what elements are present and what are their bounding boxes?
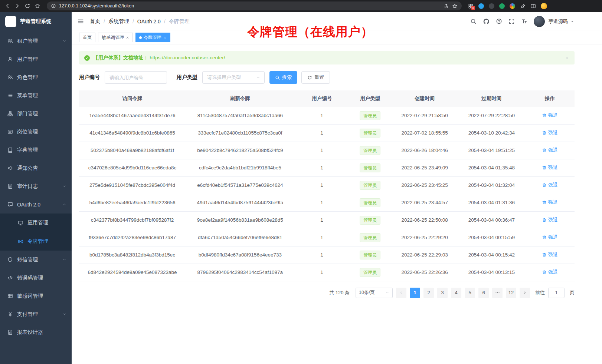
user-id-input[interactable] — [105, 71, 167, 84]
sidebar-item-role[interactable]: 角色管理 — [0, 68, 72, 86]
user-type-select[interactable]: 请选择用户类型 — [202, 71, 265, 84]
cell-user-type: 管理员 — [349, 176, 391, 194]
breadcrumb-item[interactable]: 系统管理 — [108, 18, 129, 25]
search-icon[interactable] — [470, 18, 477, 24]
browser-home-icon[interactable] — [35, 3, 40, 9]
help-icon[interactable] — [496, 18, 502, 24]
tab-token[interactable]: 令牌管理 — [135, 33, 170, 42]
extension-icon-blue[interactable] — [478, 3, 484, 9]
search-button[interactable]: 搜索 — [269, 71, 297, 84]
badge-icon — [7, 129, 13, 135]
fullscreen-icon[interactable] — [508, 18, 515, 24]
tab-sensitive-word[interactable]: 敏感词管理 — [98, 33, 133, 42]
next-page-button[interactable] — [520, 288, 530, 298]
user-name[interactable]: 芋道源码 — [549, 18, 568, 25]
page-button-12[interactable]: 12 — [506, 288, 516, 298]
sidebar-item-notice[interactable]: 通知公告 — [0, 159, 72, 177]
sidebar-item-post[interactable]: 岗位管理 — [0, 123, 72, 141]
page-button-3[interactable]: 3 — [437, 288, 448, 298]
sidebar-item-error-code[interactable]: 错误码管理 — [0, 269, 72, 287]
page-size-select[interactable]: 10条/页 — [356, 288, 393, 298]
page-button-6[interactable]: 6 — [478, 288, 489, 298]
alert-close-icon[interactable] — [565, 56, 569, 60]
extensions-icon[interactable]: 0 — [468, 3, 474, 9]
top-bar-right: 芋道源码 — [470, 16, 575, 27]
cell-user-type: 管理员 — [349, 211, 391, 229]
alert-prefix: 【用户体系】文档地址： — [93, 55, 148, 60]
sidebar-item-report-designer[interactable]: 报表设计器 — [0, 323, 72, 341]
force-logout-button[interactable]: 强退 — [542, 182, 558, 188]
collapse-sidebar-icon[interactable] — [78, 18, 84, 24]
font-size-icon[interactable] — [521, 18, 527, 24]
bookmark-star-icon[interactable] — [452, 3, 458, 9]
share-icon[interactable] — [444, 3, 449, 9]
force-logout-button[interactable]: 强退 — [542, 251, 558, 258]
site-info-icon[interactable] — [51, 3, 56, 9]
pagination: 共 120 条10条/页12345612前往页 — [79, 288, 575, 298]
sidebar-item-dict[interactable]: 字典管理 — [0, 141, 72, 159]
cell-create-time: 2022-06-25 22:26:36 — [391, 264, 458, 281]
page-button-1[interactable]: 1 — [410, 288, 420, 298]
user-avatar[interactable] — [534, 16, 545, 27]
cell-expire-time: 2054-03-04 00:13:15 — [458, 264, 525, 281]
sidebar-item-audit-log[interactable]: 审计日志 — [0, 177, 72, 195]
cell-refresh-token: e6cfd40eb1f54571a31e775e039c4624 — [186, 176, 295, 194]
goto-page-input[interactable] — [548, 288, 565, 298]
user-type-badge: 管理员 — [360, 111, 380, 120]
sidebar-item-oauth2-token[interactable]: 令牌管理 — [0, 232, 72, 251]
side-panel-icon[interactable] — [530, 3, 536, 9]
url-bar[interactable]: 127.0.0.1:1024/system/oauth2/token — [47, 1, 462, 10]
browser-profile-avatar[interactable] — [541, 3, 547, 9]
cell-user-id: 1 — [295, 194, 349, 211]
extension-icon-green[interactable] — [499, 3, 505, 9]
sidebar-item-oauth2[interactable]: OAuth 2.0 — [0, 195, 72, 214]
force-logout-label: 强退 — [548, 199, 558, 206]
app-logo-row[interactable]: 芋道管理系统 — [0, 12, 72, 31]
force-logout-button[interactable]: 强退 — [542, 112, 558, 119]
signal-icon — [18, 239, 23, 244]
sidebar-item-sensitive-word[interactable]: 敏感词管理 — [0, 287, 72, 305]
tab-close-icon[interactable] — [126, 36, 129, 39]
doc-link[interactable]: https://doc.iocoder.cn/user-center/ — [150, 55, 225, 60]
force-logout-button[interactable]: 强退 — [542, 234, 558, 241]
reset-button[interactable]: 重置 — [301, 71, 330, 84]
sidebar-item-user[interactable]: 用户管理 — [0, 50, 72, 68]
extension-icon-dark[interactable] — [489, 3, 494, 9]
page-content: 【用户体系】文档地址： https://doc.iocoder.cn/user-… — [72, 44, 602, 364]
sidebar-item-sms[interactable]: 短信管理 — [0, 251, 72, 269]
tab-home[interactable]: 首页 — [79, 33, 95, 42]
browser-forward-icon[interactable] — [14, 3, 20, 9]
force-logout-button[interactable]: 强退 — [542, 129, 558, 136]
page-button-2[interactable]: 2 — [423, 288, 434, 298]
more-pages-button[interactable] — [492, 288, 503, 298]
force-logout-label: 强退 — [548, 147, 558, 153]
force-logout-label: 强退 — [548, 216, 558, 223]
force-logout-label: 强退 — [548, 112, 558, 119]
sidebar-item-oauth2-app[interactable]: 应用管理 — [0, 214, 72, 232]
pin-icon[interactable] — [520, 3, 526, 9]
extension-icon-colorful[interactable] — [510, 3, 515, 9]
page-button-4[interactable]: 4 — [451, 288, 461, 298]
force-logout-button[interactable]: 强退 — [542, 216, 558, 223]
sidebar-item-pay[interactable]: 支付管理 — [0, 305, 72, 323]
force-logout-button[interactable]: 强退 — [542, 147, 558, 153]
browser-chrome: 127.0.0.1:1024/system/oauth2/token 0 — [0, 0, 602, 12]
prev-page-button[interactable] — [396, 288, 406, 298]
force-logout-button[interactable]: 强退 — [542, 164, 558, 171]
trash-icon — [542, 113, 547, 118]
sidebar-item-menu[interactable]: 菜单管理 — [0, 86, 72, 105]
user-menu-caret-icon[interactable] — [570, 19, 575, 24]
browser-reload-icon[interactable] — [24, 3, 30, 9]
tab-close-icon[interactable] — [163, 36, 167, 39]
sidebar-item-tenant[interactable]: 租户管理 — [0, 32, 72, 50]
breadcrumb-item[interactable]: 首页 — [90, 18, 100, 25]
breadcrumb-item[interactable]: OAuth 2.0 — [137, 19, 161, 24]
force-logout-button[interactable]: 强退 — [542, 269, 558, 275]
browser-back-icon[interactable] — [4, 3, 10, 9]
github-icon[interactable] — [483, 18, 490, 25]
table-row: 502375b8040a469a9b82188afdf6af1fbe90422b… — [79, 142, 575, 159]
sidebar-item-dept[interactable]: 部门管理 — [0, 105, 72, 123]
page-button-5[interactable]: 5 — [465, 288, 475, 298]
force-logout-button[interactable]: 强退 — [542, 199, 558, 206]
cell-user-type: 管理员 — [349, 107, 391, 124]
